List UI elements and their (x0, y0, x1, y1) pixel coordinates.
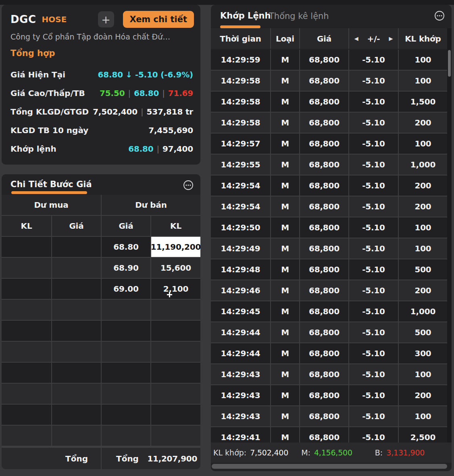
next-column-icon[interactable]: ▶ (389, 35, 393, 42)
orderbook-row[interactable] (2, 426, 200, 446)
trade-row[interactable]: 14:29:58 M 68,800 -5.10 1,500 (211, 92, 447, 112)
trades-column-header: Thời gian Loại Giá ◀ +/- ▶ KL khớp (211, 28, 447, 49)
buy-price-cell[interactable] (52, 384, 101, 404)
trade-row[interactable]: 14:29:59 M 68,800 -5.10 100 (211, 50, 447, 70)
trade-row[interactable]: 14:29:54 M 68,800 -5.10 200 (211, 175, 447, 196)
add-to-watchlist-button[interactable]: + (98, 11, 114, 27)
trades-more-options-button[interactable] (434, 10, 445, 21)
view-details-button[interactable]: Xem chi tiết (123, 11, 194, 28)
sell-price-cell[interactable] (102, 363, 150, 383)
buy-volume-cell[interactable] (2, 300, 51, 320)
trade-row[interactable]: 14:29:58 M 68,800 -5.10 100 (211, 71, 447, 91)
trade-row[interactable]: 14:29:50 M 68,800 -5.10 100 (211, 217, 447, 238)
trade-change-cell: -5.10 (349, 92, 398, 112)
buy-price-cell[interactable] (52, 300, 101, 320)
trade-row[interactable]: 14:29:57 M 68,800 -5.10 100 (211, 134, 447, 154)
sell-volume-cell[interactable]: 11,190,200 (151, 237, 200, 257)
tab-khop-lenh[interactable]: Khớp Lệnh (220, 11, 271, 21)
vertical-scrollbar-track[interactable] (447, 28, 452, 443)
buy-price-cell[interactable] (52, 321, 101, 341)
sell-volume-cell[interactable]: 2,100 (151, 279, 200, 299)
sell-volume-cell[interactable] (151, 384, 200, 404)
buy-price-cell[interactable] (52, 237, 101, 257)
trade-row[interactable]: 14:29:55 M 68,800 -5.10 1,000 (211, 154, 447, 175)
sell-volume-cell[interactable] (151, 342, 200, 362)
sell-price-cell[interactable]: 68.90 (102, 258, 150, 278)
buy-volume-cell[interactable] (2, 363, 51, 383)
buy-volume-cell[interactable] (2, 237, 51, 257)
trade-row[interactable]: 14:29:58 M 68,800 -5.10 200 (211, 113, 447, 133)
orderbook-row[interactable] (2, 342, 200, 362)
sell-volume-cell[interactable] (151, 405, 200, 425)
buy-volume-cell[interactable] (2, 321, 51, 341)
sell-price-cell[interactable] (102, 300, 150, 320)
orderbook-column-header: KL Giá Giá KL (2, 216, 200, 236)
buy-volume-cell[interactable] (2, 384, 51, 404)
trade-change-cell: -5.10 (349, 134, 398, 154)
stock-symbol: DGC (10, 13, 36, 25)
prev-column-icon[interactable]: ◀ (354, 35, 358, 42)
sell-price-cell[interactable] (102, 405, 150, 425)
buy-price-cell[interactable] (52, 342, 101, 362)
orderbook-row[interactable] (2, 321, 200, 341)
sell-price-cell[interactable] (102, 321, 150, 341)
buy-volume-cell[interactable] (2, 342, 51, 362)
buy-price-cell[interactable] (52, 258, 101, 278)
sell-price-cell[interactable]: 69.00 (102, 279, 150, 299)
vertical-scrollbar-thumb[interactable] (448, 50, 451, 77)
trade-row[interactable]: 14:29:43 M 68,800 -5.10 200 (211, 385, 447, 405)
sell-volume-cell[interactable]: 15,600 (151, 258, 200, 278)
tab-thong-ke-lenh[interactable]: Thống kê lệnh (269, 11, 329, 21)
orderbook-row[interactable] (2, 405, 200, 425)
separator: | (141, 107, 144, 117)
sell-price-cell[interactable]: 68.80 (102, 237, 150, 257)
trade-row[interactable]: 14:29:41 M 68,800 -5.10 2,500 (211, 427, 447, 443)
trade-volume-cell: 1,000 (399, 154, 447, 175)
orderbook-row[interactable]: 69.00 2,100 (2, 279, 200, 299)
trade-row[interactable]: 14:29:43 M 68,800 -5.10 100 (211, 406, 447, 426)
col-type: Loại (271, 28, 299, 49)
sell-volume-cell[interactable] (151, 426, 200, 446)
horizontal-scrollbar-thumb[interactable] (212, 464, 447, 469)
trade-type-cell: M (271, 280, 299, 301)
buy-price-cell[interactable] (52, 279, 101, 299)
trade-row[interactable]: 14:29:49 M 68,800 -5.10 100 (211, 238, 447, 259)
tab-tong-hop[interactable]: Tổng hợp (10, 48, 55, 58)
orderbook-table: Dư mua Dư bán KL Giá Giá KL 68.80 11,190… (2, 195, 200, 469)
orderbook-row[interactable] (2, 300, 200, 320)
trade-row[interactable]: 14:29:48 M 68,800 -5.10 500 (211, 259, 447, 280)
orderbook-row[interactable]: 68.90 15,600 (2, 258, 200, 278)
orderbook-row[interactable]: 68.80 11,190,200 (2, 237, 200, 257)
row-label: Giá Hiện Tại (10, 70, 65, 79)
orderbook-more-options-button[interactable] (183, 180, 194, 191)
sell-price-cell[interactable] (102, 384, 150, 404)
buy-price-cell[interactable] (52, 363, 101, 383)
sell-price-cell[interactable] (102, 342, 150, 362)
orderbook-row[interactable] (2, 384, 200, 404)
orderbook-row[interactable] (2, 363, 200, 383)
trade-volume-cell: 2,500 (399, 427, 447, 443)
separator: | (162, 88, 165, 98)
sell-volume-cell[interactable] (151, 363, 200, 383)
trade-row[interactable]: 14:29:43 M 68,800 -5.10 100 (211, 364, 447, 384)
buy-volume-cell[interactable] (2, 258, 51, 278)
trade-row[interactable]: 14:29:44 M 68,800 -5.10 500 (211, 322, 447, 342)
sell-volume-cell[interactable] (151, 300, 200, 320)
trade-row[interactable]: 14:29:54 M 68,800 -5.10 200 (211, 196, 447, 217)
buy-price-cell[interactable] (52, 426, 101, 446)
buy-volume-cell[interactable] (2, 426, 51, 446)
trade-row[interactable]: 14:29:45 M 68,800 -5.10 1,000 (211, 301, 447, 322)
buy-price-cell[interactable] (52, 405, 101, 425)
ellipsis-icon (183, 180, 194, 191)
trade-time-cell: 14:29:54 (211, 196, 270, 217)
trade-change-cell: -5.10 (349, 406, 398, 426)
buy-volume-cell[interactable] (2, 405, 51, 425)
buy-volume-cell[interactable] (2, 279, 51, 299)
trade-volume-cell: 200 (399, 175, 447, 196)
trade-row[interactable]: 14:29:46 M 68,800 -5.10 200 (211, 280, 447, 301)
trade-time-cell: 14:29:45 (211, 301, 270, 322)
sell-price-cell[interactable] (102, 426, 150, 446)
stock-header: DGC HOSE + Xem chi tiết (10, 10, 194, 28)
sell-volume-cell[interactable] (151, 321, 200, 341)
trade-row[interactable]: 14:29:44 M 68,800 -5.10 300 (211, 343, 447, 363)
